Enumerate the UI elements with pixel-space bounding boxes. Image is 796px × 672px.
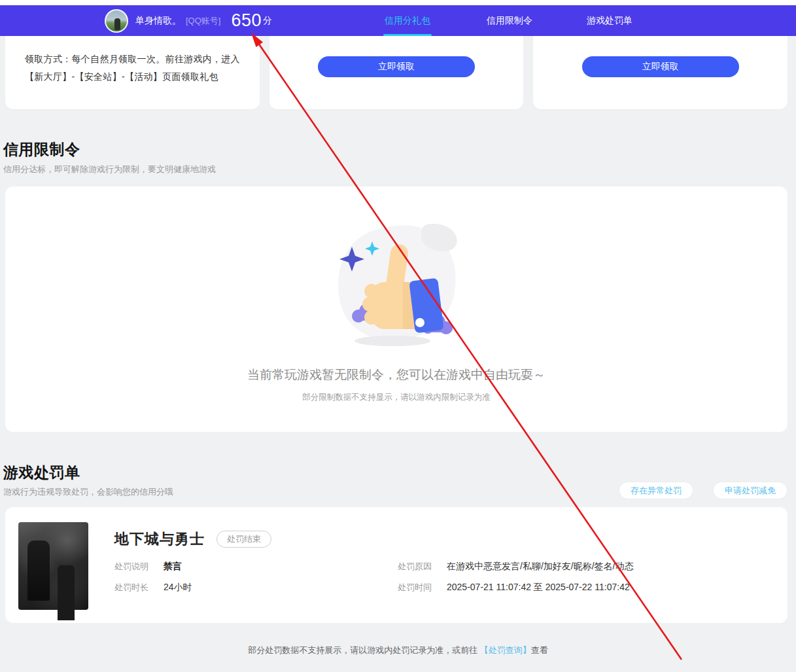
credit-score-unit: 分 [263, 15, 272, 27]
penalty-reduction-button[interactable]: 申请处罚减免 [713, 482, 787, 499]
penalty-action-buttons: 存在异常处罚 申请处罚减免 [619, 482, 787, 499]
no-restriction-message: 当前常玩游戏暂无限制令，您可以在游戏中自由玩耍～ [5, 366, 787, 383]
username: 单身情歌。 [135, 15, 181, 27]
field-value: 在游戏中恶意发言/私聊/加好友/昵称/签名/动态 [447, 561, 633, 573]
abnormal-penalty-button[interactable]: 存在异常处罚 [619, 482, 693, 499]
field-label: 处罚时长 [114, 582, 164, 593]
user-summary: 单身情歌。 [QQ账号] 650 分 [105, 5, 272, 36]
penalty-field-reason: 处罚原因 在游戏中恶意发言/私聊/加好友/昵称/签名/动态 [398, 561, 633, 573]
field-label: 处罚时间 [398, 582, 447, 593]
gift-card-2: 立即领取 [269, 36, 524, 109]
field-label: 处罚原因 [398, 561, 447, 573]
penalty-field-description: 处罚说明 禁言 [114, 561, 182, 573]
gift-cards-row: 领取方式：每个自然月领取一次。前往游戏内，进入【新大厅】-【安全站】-【活动】页… [5, 36, 787, 109]
gift-card-instructions: 领取方式：每个自然月领取一次。前往游戏内，进入【新大厅】-【安全站】-【活动】页… [5, 36, 260, 109]
claim-now-button[interactable]: 立即领取 [582, 56, 739, 77]
claim-now-button[interactable]: 立即领取 [318, 56, 475, 77]
restriction-section-subtitle: 信用分达标，即可解除游戏行为限制，要文明健康地游戏 [3, 164, 216, 175]
penalty-section-subtitle: 游戏行为违规导致处罚，会影响您的信用分哦 [3, 486, 173, 498]
penalty-record-panel: 地下城与勇士 处罚结束 处罚说明 禁言 处罚时长 24小时 处罚原因 在游戏中恶… [5, 507, 787, 623]
penalty-status-badge: 处罚结束 [216, 531, 271, 548]
header-bar: 单身情歌。 [QQ账号] 650 分 信用分礼包 信用限制令 游戏处罚单 [0, 5, 796, 36]
footer-note-prefix: 部分处罚数据不支持展示，请以游戏内处罚记录为准，或前往 [248, 645, 480, 655]
field-value: 2025-07-21 11:07:42 至 2025-07-22 11:07:4… [447, 582, 630, 593]
field-value: 24小时 [164, 582, 192, 593]
account-type-label: [QQ账号] [186, 15, 220, 27]
user-avatar[interactable] [105, 9, 128, 33]
tab-credit-restriction[interactable]: 信用限制令 [486, 5, 533, 36]
claim-instructions-text: 领取方式：每个自然月领取一次。前往游戏内，进入【新大厅】-【安全站】-【活动】页… [5, 36, 260, 85]
game-cover-image [18, 522, 88, 610]
footer-note-suffix: 查看 [531, 645, 548, 655]
penalty-field-duration: 处罚时长 24小时 [114, 582, 192, 593]
main-content: 领取方式：每个自然月领取一次。前往游戏内，进入【新大厅】-【安全站】-【活动】页… [0, 36, 796, 672]
thumbs-up-illustration-icon [324, 218, 468, 352]
tab-credit-gift[interactable]: 信用分礼包 [384, 5, 431, 36]
field-label: 处罚说明 [114, 561, 164, 573]
gift-card-3: 立即领取 [533, 36, 787, 109]
restriction-empty-panel: 当前常玩游戏暂无限制令，您可以在游戏中自由玩耍～ 部分限制数据不支持显示，请以游… [5, 186, 787, 432]
field-value: 禁言 [164, 561, 182, 573]
game-title: 地下城与勇士 [114, 529, 205, 549]
tab-game-penalty[interactable]: 游戏处罚单 [586, 5, 633, 36]
penalty-field-time: 处罚时间 2025-07-21 11:07:42 至 2025-07-22 11… [398, 582, 630, 593]
restriction-data-note: 部分限制数据不支持显示，请以游戏内限制记录为准 [5, 392, 787, 403]
penalty-section-title: 游戏处罚单 [3, 463, 80, 483]
penalty-query-link[interactable]: 【处罚查询】 [480, 645, 531, 655]
penalty-footer-note: 部分处罚数据不支持展示，请以游戏内处罚记录为准，或前往 【处罚查询】查看 [0, 645, 796, 656]
restriction-section-title: 信用限制令 [3, 139, 80, 160]
credit-score-value: 650 [231, 10, 262, 31]
